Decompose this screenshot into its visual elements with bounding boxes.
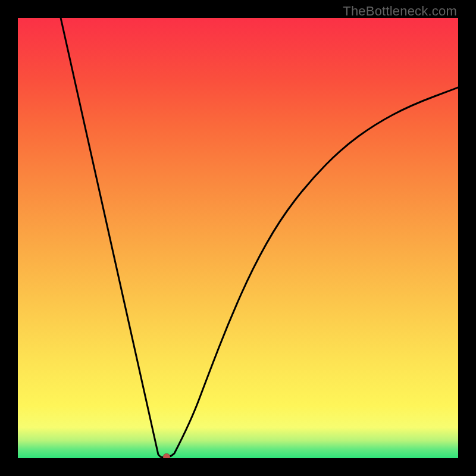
watermark-text: TheBottleneck.com — [343, 4, 457, 19]
optimum-marker — [163, 453, 170, 458]
chart-frame: TheBottleneck.com — [0, 0, 476, 476]
plot-area — [18, 18, 458, 458]
curve-svg — [18, 18, 458, 458]
bottleneck-curve — [61, 18, 458, 458]
